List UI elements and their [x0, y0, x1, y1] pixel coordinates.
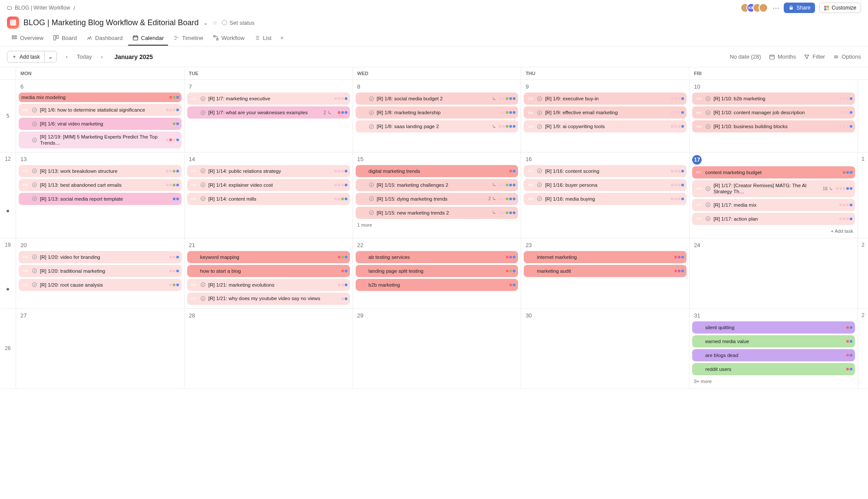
- tab-timeline[interactable]: Timeline: [169, 31, 208, 46]
- task-card[interactable]: KM [R] 1/16: content scoring: [524, 165, 686, 177]
- task-card[interactable]: KM [R] 1/13: work breakdown structure: [19, 165, 182, 177]
- task-card[interactable]: KM [R] 1/14: content mills: [187, 193, 350, 205]
- task-card[interactable]: [R] 1/8: social media budget 2: [356, 93, 518, 105]
- task-card[interactable]: keyword mapping: [187, 251, 350, 263]
- options-button[interactable]: Options: [833, 53, 861, 60]
- task-card[interactable]: b2b marketing: [356, 279, 518, 291]
- task-card[interactable]: KM [R] 1/17: action plan: [692, 213, 855, 225]
- task-card[interactable]: are blogs dead: [692, 349, 855, 361]
- share-button[interactable]: Share: [784, 3, 815, 13]
- more-members-icon[interactable]: ⋯: [772, 4, 779, 12]
- calendar-day[interactable]: 31 silent quitting earned media value ar…: [689, 309, 858, 388]
- calendar-day[interactable]: 15 digital marketing trends [R] 1/15: ma…: [353, 152, 521, 238]
- task-card[interactable]: KM [R] 1/14: explainer video cost: [187, 179, 350, 191]
- calendar-day[interactable]: 17 KT content marketing budget KM [R] 1/…: [689, 152, 858, 238]
- chevron-down-icon[interactable]: ⌄: [203, 20, 208, 26]
- task-card[interactable]: KM [R] 1/7: marketing executive: [187, 93, 350, 105]
- calendar-day[interactable]: 10 KM [R] 1/10: b2b marketing KM [R] 1/1…: [689, 80, 858, 152]
- task-card[interactable]: KM [R] 1/14: public relations strategy: [187, 165, 350, 177]
- calendar-day[interactable]: 22 ab testing services landing page spli…: [353, 238, 521, 308]
- calendar-day[interactable]: 27: [16, 309, 184, 388]
- calendar-day[interactable]: 28: [184, 309, 353, 388]
- task-card[interactable]: KM [R] 1/20: video for branding: [19, 251, 182, 263]
- months-view-button[interactable]: Months: [769, 53, 796, 60]
- calendar-day[interactable]: 7 KM [R] 1/7: marketing executive [R] 1/…: [184, 80, 353, 152]
- calendar-day[interactable]: 14 KM [R] 1/14: public relations strateg…: [184, 152, 353, 238]
- task-card[interactable]: media mix modeling: [19, 93, 182, 102]
- task-card[interactable]: [R] 1/8: saas landing page 2: [356, 120, 518, 132]
- prev-month-button[interactable]: ‹: [61, 51, 73, 63]
- add-task-button[interactable]: ＋Add task ⌄: [7, 51, 57, 63]
- task-card[interactable]: KM [R] 1/10: content manager job descrip…: [692, 106, 855, 119]
- task-card[interactable]: ab testing services: [356, 251, 518, 263]
- tab-board[interactable]: Board: [49, 31, 81, 46]
- task-card[interactable]: KM [R] 1/9: effective email marketing: [524, 106, 686, 119]
- calendar-day[interactable]: 16 KM [R] 1/16: content scoring KM [R] 1…: [521, 152, 689, 238]
- task-card[interactable]: KM [R] 1/20: root cause analysis: [19, 279, 182, 291]
- calendar-day[interactable]: 8 [R] 1/8: social media budget 2 [R] 1/8…: [353, 80, 521, 152]
- day-number: 6: [19, 83, 25, 91]
- calendar-day[interactable]: 13 KM [R] 1/13: work breakdown structure…: [16, 152, 184, 238]
- task-card[interactable]: silent quitting: [692, 321, 855, 334]
- task-card[interactable]: internet marketing: [524, 251, 686, 263]
- calendar-day[interactable]: 23 internet marketing marketing audit: [521, 238, 689, 308]
- task-card[interactable]: marketing audit: [524, 265, 686, 277]
- task-card[interactable]: KM [R] 1/16: media buying: [524, 193, 686, 205]
- task-card[interactable]: [R] 1/15: dying marketing trends 2: [356, 193, 518, 205]
- more-tasks-link[interactable]: 1 more: [356, 221, 374, 228]
- member-avatars[interactable]: KM: [740, 3, 768, 13]
- task-card[interactable]: [R] 1/15: new marketing trends 2: [356, 207, 518, 219]
- task-card[interactable]: digital marketing trends: [356, 165, 518, 177]
- task-card[interactable]: KM [R] 1/9: ai copywriting tools: [524, 120, 686, 132]
- task-card[interactable]: earned media value: [692, 335, 855, 347]
- star-icon[interactable]: ☆: [212, 20, 218, 26]
- add-tab-button[interactable]: ＋: [277, 30, 287, 46]
- tab-calendar[interactable]: Calendar: [128, 31, 168, 46]
- task-card[interactable]: KM [R] 1/20: traditional marketing: [19, 265, 182, 277]
- task-card[interactable]: KM [R] 1/13: best abandoned cart emails: [19, 179, 182, 191]
- breadcrumb-folder[interactable]: BLOG | Writer Workflow: [7, 5, 70, 11]
- calendar-day[interactable]: 30: [521, 309, 689, 388]
- next-month-button[interactable]: ›: [96, 51, 107, 63]
- task-card[interactable]: [R] 1/15: marketing challenges 2: [356, 179, 518, 191]
- customize-button[interactable]: Customize: [819, 3, 861, 13]
- task-card[interactable]: [R] 12/19: [MIM] 5 Marketing Experts Pre…: [19, 132, 182, 149]
- task-tags: [338, 256, 347, 258]
- task-card[interactable]: KM [R] 1/10: b2b marketing: [692, 93, 855, 105]
- task-card[interactable]: KM [R] 1/21: why does my youtube video s…: [187, 293, 350, 305]
- calendar-day[interactable]: 21 keyword mapping how to start a blog K…: [184, 238, 353, 308]
- calendar-day[interactable]: 29: [353, 309, 521, 388]
- calendar-day[interactable]: 20 KM [R] 1/20: video for branding KM [R…: [16, 238, 184, 308]
- task-card[interactable]: KM [R] 1/16: buyer persona: [524, 179, 686, 191]
- calendar-day[interactable]: 9 KM [R] 1/9: executive buy-in KM [R] 1/…: [521, 80, 689, 152]
- task-card[interactable]: KM [R] 1/9: executive buy-in: [524, 93, 686, 105]
- tab-dashboard[interactable]: Dashboard: [82, 31, 127, 46]
- no-date-button[interactable]: No date (28): [729, 53, 761, 60]
- task-card[interactable]: [R] 1/13: social media report template: [19, 193, 182, 205]
- task-card[interactable]: KM [R] 1/17: [Creator Remixes] MATG: The…: [692, 180, 855, 197]
- project-icon[interactable]: [7, 17, 19, 29]
- calendar-day[interactable]: 6 media mix modeling KM [R] 1/6: how to …: [16, 80, 184, 152]
- more-tasks-link[interactable]: 9+ more: [692, 378, 713, 385]
- tab-workflow[interactable]: Workflow: [208, 31, 249, 46]
- task-card[interactable]: [R] 1/6: viral video marketing: [19, 118, 182, 130]
- add-task-link[interactable]: + Add task: [829, 228, 855, 235]
- task-card[interactable]: landing page split testing: [356, 265, 518, 277]
- task-card[interactable]: [R] 1/7: what are your weaknesses exampl…: [187, 106, 350, 119]
- task-card[interactable]: KM [R] 1/6: how to determine statistical…: [19, 104, 182, 116]
- calendar-day[interactable]: 24: [689, 238, 858, 308]
- set-status-button[interactable]: Set status: [222, 20, 255, 26]
- task-card[interactable]: KM [R] 1/10: business building blocks: [692, 120, 855, 132]
- add-task-dropdown[interactable]: ⌄: [45, 52, 56, 62]
- tab-list[interactable]: List: [250, 31, 276, 46]
- svg-point-39: [33, 269, 37, 273]
- task-card[interactable]: reddit users: [692, 363, 855, 375]
- task-card[interactable]: KM [R] 1/17: media mix: [692, 199, 855, 211]
- task-card[interactable]: how to start a blog: [187, 265, 350, 277]
- filter-button[interactable]: Filter: [804, 53, 825, 60]
- task-card[interactable]: KT content marketing budget: [692, 166, 855, 178]
- today-button[interactable]: Today: [77, 53, 92, 60]
- task-card[interactable]: [R] 1/8: marketing leadership: [356, 106, 518, 119]
- tab-overview[interactable]: Overview: [7, 31, 48, 46]
- task-card[interactable]: KM [R] 1/21: marketing evolutions: [187, 279, 350, 291]
